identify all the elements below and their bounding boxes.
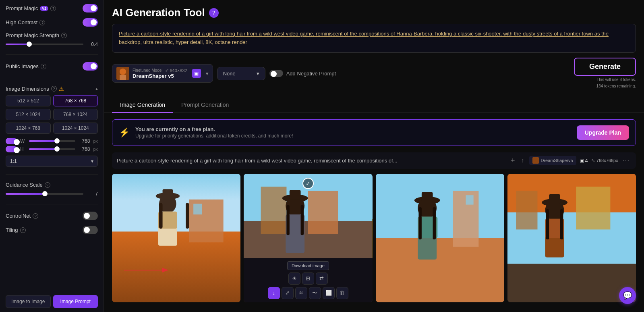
sun-icon[interactable]: ☀ — [288, 272, 300, 285]
dim-btn-512x1024[interactable]: 512 × 1024 — [6, 109, 51, 120]
width-track[interactable] — [29, 140, 75, 142]
neg-prompt-toggle: Add Negative Prompt — [269, 70, 336, 77]
tabs-row: Image Generation Prompt Generation — [104, 98, 644, 113]
width-fill — [29, 140, 57, 142]
wave-icon[interactable]: 〜 — [309, 287, 321, 299]
tab-image-to-image[interactable]: Image to Image — [6, 295, 51, 308]
svg-rect-35 — [418, 207, 421, 239]
height-track[interactable] — [29, 148, 75, 150]
lines-icon[interactable]: ≋ — [295, 287, 307, 299]
prompt-magic-strength-slider[interactable]: 0.4 — [6, 42, 98, 47]
dim-btn-768x1024[interactable]: 768 × 1024 — [53, 109, 98, 120]
expand-icon[interactable]: ⤢ — [282, 287, 294, 299]
resize-icon-2: ⤡ — [591, 158, 595, 163]
grid-icon[interactable]: ⊞ — [302, 272, 314, 285]
svg-rect-34 — [421, 192, 433, 201]
page-title-row: AI Generation Tool ? — [112, 6, 636, 19]
public-images-help-icon[interactable]: ? — [41, 64, 46, 69]
prompt-magic-strength-label: Prompt Magic Strength ? — [6, 32, 98, 38]
tiling-row: Tiling ? — [6, 226, 98, 234]
image-dimensions-help-icon[interactable]: ? — [51, 86, 57, 92]
svg-rect-36 — [433, 207, 435, 239]
prompt-magic-strength-help-icon[interactable]: ? — [61, 33, 67, 38]
crop-icon[interactable]: ⬜ — [323, 287, 335, 299]
high-contrast-toggle[interactable] — [83, 18, 98, 27]
public-images-toggle[interactable] — [83, 62, 98, 71]
gen-size-badge: ⤡ 768x768px — [591, 158, 618, 163]
svg-rect-47 — [546, 209, 549, 239]
high-contrast-row: High Contrast ? — [6, 18, 98, 27]
chat-bubble[interactable]: 💬 — [619, 287, 636, 304]
overlay-top-icons: ☀ ⊞ ⇄ — [247, 272, 369, 285]
dim-btn-768x768[interactable]: 768 × 768 — [53, 95, 98, 106]
slider-thumb[interactable] — [27, 42, 32, 47]
tiling-help-icon[interactable]: ? — [20, 227, 26, 233]
model-selector[interactable]: Finetuned Model ⤢ 640×832 DreamShaper v5… — [112, 64, 213, 83]
public-images-label: Public Images ? — [6, 63, 46, 69]
tab-image-generation[interactable]: Image Generation — [112, 98, 173, 113]
image-card-4[interactable] — [507, 174, 636, 302]
gen-add-button[interactable]: + — [509, 156, 517, 166]
bottom-tabs: Image to Image Image Prompt — [6, 291, 98, 308]
public-images-row: Public Images ? — [6, 62, 98, 71]
dim-btn-1024x1024[interactable]: 1024 × 1024 — [53, 123, 98, 134]
svg-rect-27 — [376, 238, 504, 302]
banner-title: You are currently on a free plan. — [135, 126, 571, 132]
high-contrast-help-icon[interactable]: ? — [39, 20, 45, 25]
lightning-icon: ⚡ — [119, 127, 130, 138]
tiling-toggle[interactable] — [83, 226, 98, 234]
title-help-icon[interactable]: ? — [209, 8, 219, 18]
divider-2 — [6, 78, 98, 78]
style-dropdown[interactable]: None ▾ — [217, 67, 265, 80]
token-cost: This will use 8 tokens. — [596, 77, 636, 83]
image-4 — [507, 174, 636, 302]
model-name: DreamShaper v5 — [133, 73, 187, 79]
warning-icon: ⚠ — [59, 85, 64, 92]
gen-more-button[interactable]: ··· — [621, 156, 631, 165]
prompt-magic-text: Prompt Magic — [6, 5, 38, 11]
dim-btn-512x512[interactable]: 512 × 512 — [6, 95, 51, 106]
tab-image-prompt[interactable]: Image Prompt — [53, 295, 98, 308]
guidance-scale-help-icon[interactable]: ? — [45, 182, 50, 188]
controlnet-toggle[interactable] — [83, 212, 98, 220]
svg-rect-41 — [516, 191, 537, 229]
image-dimensions-header[interactable]: Image Dimensions ? ⚠ ▴ — [6, 85, 98, 92]
upgrade-button[interactable]: Upgrade Plan — [577, 125, 629, 140]
arrows-icon[interactable]: ⇄ — [316, 272, 328, 285]
controlnet-help-icon[interactable]: ? — [33, 213, 38, 219]
trash-icon[interactable]: 🗑 — [336, 287, 348, 299]
image-overlay: Download image ☀ ⊞ ⇄ ↓ ⤢ ≋ 〜 ⬜ 🗑 — [244, 258, 372, 302]
image-card-2[interactable]: ✓ Download image ☀ ⊞ ⇄ ↓ ⤢ ≋ 〜 ⬜ — [244, 174, 372, 302]
prompt-magic-toggle[interactable] — [83, 4, 98, 12]
controls-row: Finetuned Model ⤢ 640×832 DreamShaper v5… — [112, 58, 636, 89]
svg-rect-6 — [193, 204, 202, 214]
guidance-thumb[interactable] — [42, 191, 48, 196]
prompt-magic-help-icon[interactable]: ? — [50, 6, 56, 11]
svg-point-1 — [120, 69, 126, 75]
chevron-up-icon: ▴ — [95, 86, 98, 92]
svg-rect-23 — [290, 190, 301, 199]
aspect-ratio-dropdown[interactable]: 1:1 ▾ — [6, 156, 98, 167]
chevron-down-icon: ▾ — [91, 158, 93, 164]
image-card-3[interactable] — [376, 174, 504, 302]
overlay-bottom-icons: ↓ ⤢ ≋ 〜 ⬜ 🗑 — [247, 287, 369, 299]
height-thumb[interactable] — [54, 146, 60, 152]
image-card-1[interactable] — [112, 174, 240, 302]
style-chevron-icon: ▾ — [257, 71, 259, 77]
svg-rect-18 — [308, 191, 338, 233]
dim-btn-1024x768[interactable]: 1024 × 768 — [6, 123, 51, 134]
prompt-box[interactable]: Picture a cartoon-style rendering of a g… — [112, 24, 636, 53]
width-toggle[interactable] — [6, 138, 17, 144]
height-toggle[interactable] — [6, 146, 17, 152]
image-dimensions-section: Image Dimensions ? ⚠ ▴ 512 × 512 768 × 7… — [6, 85, 98, 167]
download-icon[interactable]: ↓ — [268, 287, 280, 299]
svg-rect-24 — [287, 205, 290, 235]
generate-button[interactable]: Generate — [574, 58, 636, 76]
gen-text: Picture a cartoon-style rendering of a g… — [117, 158, 505, 164]
gen-upload-button[interactable]: ↑ — [520, 156, 526, 164]
svg-rect-46 — [549, 194, 560, 204]
width-thumb[interactable] — [54, 138, 60, 144]
tab-prompt-generation[interactable]: Prompt Generation — [173, 98, 237, 113]
guidance-scale-slider[interactable]: 7 — [6, 191, 98, 197]
neg-prompt-switch[interactable] — [269, 70, 283, 77]
